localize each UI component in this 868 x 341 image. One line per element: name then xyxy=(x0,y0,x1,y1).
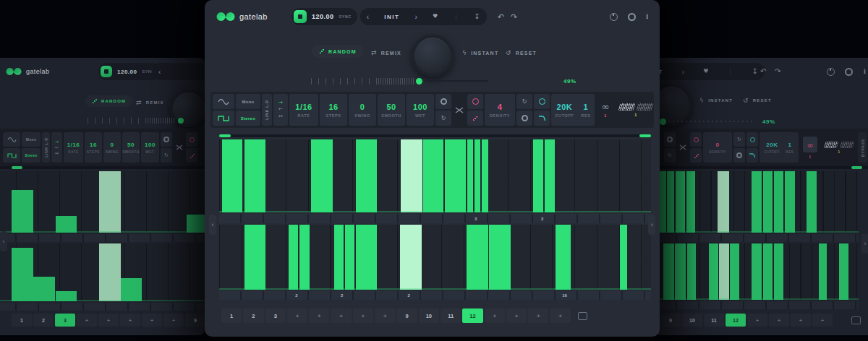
reset-button[interactable]: ↺ RESET xyxy=(743,97,772,104)
random-button[interactable]: RANDOM xyxy=(85,95,132,107)
slider-thumb[interactable] xyxy=(178,118,184,124)
pattern-slot-add[interactable]: + xyxy=(309,308,329,323)
gate-bar[interactable] xyxy=(675,243,686,300)
arrow-right-icon[interactable]: → xyxy=(278,100,283,105)
pattern-slot-add[interactable]: + xyxy=(142,314,162,327)
preset-menu-icon[interactable]: ⋮ xyxy=(453,14,459,20)
gate-bar[interactable] xyxy=(807,171,817,233)
gate-bar[interactable] xyxy=(660,171,666,233)
ab-compare-icon[interactable] xyxy=(610,13,618,21)
loop-icon[interactable]: ↻ xyxy=(161,148,172,163)
pattern-slot-2[interactable]: 2 xyxy=(33,314,54,327)
gate-bar[interactable] xyxy=(667,171,674,233)
gate-bar[interactable] xyxy=(851,166,862,169)
pattern-slot-add[interactable]: + xyxy=(163,314,184,327)
density-scatter-icon[interactable] xyxy=(467,111,483,126)
gate-bar[interactable] xyxy=(752,243,762,300)
gate-bar-active[interactable] xyxy=(719,243,729,300)
wet-control[interactable]: 100 WET xyxy=(407,94,434,126)
pattern-slot-1[interactable]: 1 xyxy=(221,308,242,323)
filter-gear-icon[interactable] xyxy=(516,111,532,126)
gate-bar[interactable] xyxy=(33,277,54,301)
gate-bar[interactable] xyxy=(334,225,344,290)
record-dot-icon[interactable] xyxy=(435,94,451,109)
square-wave-icon[interactable] xyxy=(213,111,234,126)
remix-button[interactable]: ⇄ REMIX xyxy=(371,49,401,56)
gate-bar[interactable] xyxy=(299,225,310,290)
gate-bar[interactable] xyxy=(545,139,556,212)
texture-pattern-a-icon[interactable] xyxy=(824,142,839,148)
filter-loop-icon[interactable]: ↻ xyxy=(733,132,745,147)
preset-menu-icon[interactable]: ⋮ xyxy=(727,69,733,74)
play-stop-button[interactable] xyxy=(294,10,307,23)
loop-length-control[interactable]: ∞ 1 xyxy=(596,94,615,126)
shuffle-cell[interactable] xyxy=(174,132,184,163)
slider-track[interactable] xyxy=(668,121,752,122)
pattern-slot-2[interactable]: 2 xyxy=(243,308,263,323)
instant-button[interactable]: ϟ INSTANT xyxy=(462,49,498,56)
amount-slider[interactable]: 49% xyxy=(311,77,576,85)
pattern-slot-add[interactable]: + xyxy=(331,308,351,323)
scroll-right-icon[interactable]: › xyxy=(648,215,655,235)
redo-icon[interactable]: ↷ xyxy=(511,13,517,21)
settings-gear-icon[interactable] xyxy=(845,68,853,76)
pattern-slot-3[interactable]: 3 xyxy=(265,308,286,323)
gate-bar[interactable] xyxy=(533,139,543,212)
texture-pattern-a-icon[interactable] xyxy=(618,103,636,111)
density-scatter-icon[interactable] xyxy=(186,148,197,163)
gate-bar[interactable] xyxy=(356,225,377,290)
gate-bar[interactable] xyxy=(839,243,848,300)
pattern-slot-3[interactable]: 3 xyxy=(55,314,75,327)
pattern-slot-11[interactable]: 11 xyxy=(441,308,461,323)
density-scatter-icon[interactable] xyxy=(690,148,702,163)
pattern-slot-9[interactable]: 9 xyxy=(396,308,417,323)
gate-bar-active[interactable] xyxy=(718,171,729,233)
preset-next-icon[interactable]: › xyxy=(414,13,417,21)
pattern-slot-add[interactable]: + xyxy=(769,314,789,327)
scroll-left-icon[interactable]: ‹ xyxy=(209,215,216,235)
pattern-slot-add[interactable]: + xyxy=(353,308,373,323)
lane-footer-right[interactable]: 22216 xyxy=(219,291,651,300)
favorite-icon[interactable]: ♥ xyxy=(703,69,708,74)
undo-icon[interactable]: ↶ xyxy=(498,13,504,21)
info-icon[interactable]: i xyxy=(646,13,648,20)
preset-prev-icon[interactable]: ‹ xyxy=(158,68,161,76)
arrow-left-icon[interactable]: ← xyxy=(55,144,59,150)
pattern-overview-strip[interactable] xyxy=(655,166,868,169)
slider-thumb[interactable] xyxy=(416,78,422,85)
steps-control[interactable]: 16 STEPS xyxy=(320,94,347,126)
pattern-slot-add[interactable]: + xyxy=(485,308,505,323)
gate-bar[interactable] xyxy=(423,139,443,212)
gate-bar[interactable] xyxy=(467,139,473,212)
remix-button[interactable]: ⇄ REMIX xyxy=(136,99,164,106)
loop-length-control[interactable]: ∞ 1 xyxy=(800,132,820,163)
gate-bar-active[interactable] xyxy=(99,171,122,233)
lane-footer-left[interactable] xyxy=(0,234,205,242)
pattern-slot-11[interactable]: 11 xyxy=(704,314,724,327)
playback-direction[interactable]: → ← ↔ xyxy=(273,94,288,126)
gate-bar[interactable] xyxy=(345,225,354,290)
gate-bar[interactable] xyxy=(12,166,22,169)
scroll-right-icon[interactable]: › xyxy=(861,233,868,254)
density-control[interactable]: 4 DENSITY xyxy=(485,94,515,126)
pattern-slot-add[interactable]: + xyxy=(506,308,527,323)
sine-wave-icon[interactable] xyxy=(3,132,20,147)
gate-bar[interactable] xyxy=(620,225,627,290)
gate-lane-left[interactable] xyxy=(655,171,859,233)
stereo-button[interactable]: Stereo xyxy=(22,148,41,163)
gate-lane-left[interactable] xyxy=(0,171,205,233)
pattern-slot-10[interactable]: 10 xyxy=(419,308,439,323)
pattern-slot-add[interactable]: + xyxy=(747,314,767,327)
gate-bar[interactable] xyxy=(475,139,480,212)
slider-track[interactable] xyxy=(425,80,488,82)
gate-lane-right[interactable] xyxy=(0,243,205,301)
pattern-slot-add[interactable]: + xyxy=(812,314,833,327)
pattern-slot-10[interactable]: 10 xyxy=(682,314,702,327)
pattern-overview-strip[interactable] xyxy=(0,166,205,169)
gate-bar[interactable] xyxy=(687,243,696,300)
mono-button[interactable]: Mono xyxy=(22,132,41,147)
pattern-slot-12[interactable]: 12 xyxy=(726,314,746,327)
preset-name[interactable]: INIT xyxy=(384,14,399,20)
shuffle-cell[interactable] xyxy=(677,132,689,163)
density-ring-icon[interactable] xyxy=(467,94,483,109)
